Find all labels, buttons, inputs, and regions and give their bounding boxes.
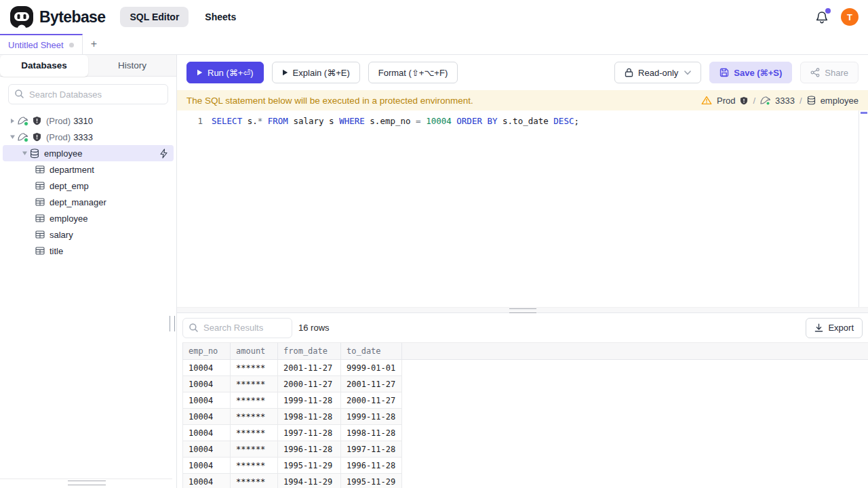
bytebase-logo[interactable]: Bytebase bbox=[9, 5, 105, 28]
search-databases-input[interactable] bbox=[8, 84, 168, 104]
result-cell[interactable]: 1997-11-28 bbox=[341, 441, 402, 458]
column-header-to_date[interactable]: to_date bbox=[341, 343, 402, 360]
result-cell[interactable]: 1999-11-28 bbox=[341, 409, 402, 425]
result-cell-filler bbox=[402, 425, 868, 441]
notification-bell-button[interactable] bbox=[815, 10, 829, 24]
result-cell[interactable]: 1998-11-28 bbox=[278, 409, 341, 425]
result-cell[interactable]: 1999-11-28 bbox=[278, 392, 341, 409]
explain-button[interactable]: Explain (⌘+E) bbox=[272, 62, 360, 83]
result-cell[interactable]: 10004 bbox=[183, 425, 231, 441]
row-count: 16 rows bbox=[298, 323, 330, 333]
tab-untitled-sheet[interactable]: Untitled Sheet bbox=[0, 34, 83, 54]
mysql-icon bbox=[18, 116, 28, 125]
result-row[interactable]: 10004******2000-11-272001-11-27 bbox=[183, 376, 868, 392]
chevron-down-icon[interactable] bbox=[7, 134, 18, 140]
result-cell[interactable]: ****** bbox=[231, 360, 278, 376]
brand-name: Bytebase bbox=[39, 8, 105, 26]
bytebase-logo-icon bbox=[9, 5, 34, 28]
instance-name: 3310 bbox=[73, 116, 93, 126]
table-list: departmentdept_empdept_manageremployeesa… bbox=[0, 161, 176, 259]
result-row[interactable]: 10004******2001-11-279999-01-01 bbox=[183, 360, 868, 376]
result-cell[interactable]: 1995-11-29 bbox=[278, 458, 341, 474]
tab-databases[interactable]: Databases bbox=[0, 55, 88, 77]
result-cell-filler bbox=[402, 458, 868, 474]
result-cell[interactable]: ****** bbox=[231, 474, 278, 488]
result-cell[interactable]: 2000-11-27 bbox=[341, 392, 402, 409]
result-cell[interactable]: 10004 bbox=[183, 360, 231, 376]
format-button[interactable]: Format (⇧+⌥+F) bbox=[368, 62, 458, 83]
result-row[interactable]: 10004******1995-11-291996-11-28 bbox=[183, 458, 868, 474]
instance-status-dot bbox=[24, 138, 28, 142]
sql-editor[interactable]: 1 SELECT s.* FROM salary s WHERE s.emp_n… bbox=[177, 110, 868, 307]
result-cell[interactable]: 10004 bbox=[183, 441, 231, 458]
instance-row-3333[interactable]: (Prod) 3333 bbox=[0, 129, 176, 145]
table-row-salary[interactable]: salary bbox=[0, 226, 176, 243]
results-resize-divider[interactable] bbox=[177, 307, 868, 312]
result-cell[interactable]: ****** bbox=[231, 458, 278, 474]
result-cell[interactable]: 10004 bbox=[183, 376, 231, 392]
result-cell[interactable]: 1995-11-29 bbox=[341, 474, 402, 488]
result-cell[interactable]: 10004 bbox=[183, 458, 231, 474]
column-header-from_date[interactable]: from_date bbox=[278, 343, 341, 360]
new-sheet-button[interactable]: + bbox=[83, 34, 105, 54]
export-button[interactable]: Export bbox=[806, 318, 863, 338]
topbar: Bytebase SQL Editor Sheets T bbox=[0, 0, 868, 34]
tab-history[interactable]: History bbox=[88, 55, 176, 76]
results-resize-handle[interactable] bbox=[509, 308, 536, 313]
chevron-down-icon[interactable] bbox=[19, 150, 30, 156]
editor-minimap[interactable] bbox=[859, 110, 868, 307]
quick-action-flash-icon[interactable] bbox=[159, 148, 168, 159]
result-cell[interactable]: ****** bbox=[231, 376, 278, 392]
result-cell[interactable]: 2001-11-27 bbox=[341, 376, 402, 392]
result-cell[interactable]: 10004 bbox=[183, 474, 231, 488]
result-cell[interactable]: ****** bbox=[231, 425, 278, 441]
result-cell-filler bbox=[402, 441, 868, 458]
column-header-amount[interactable]: amount bbox=[231, 343, 278, 360]
table-name: dept_emp bbox=[50, 181, 89, 191]
table-row-dept_emp[interactable]: dept_emp bbox=[0, 178, 176, 194]
search-results-input[interactable] bbox=[182, 318, 292, 338]
instance-label: 3333 bbox=[775, 96, 795, 106]
result-cell[interactable]: 2001-11-27 bbox=[278, 360, 341, 376]
result-row[interactable]: 10004******1997-11-281998-11-28 bbox=[183, 425, 868, 441]
result-cell-filler bbox=[402, 392, 868, 409]
nav-sheets[interactable]: Sheets bbox=[195, 7, 245, 27]
result-cell[interactable]: 1997-11-28 bbox=[278, 425, 341, 441]
readonly-mode-button[interactable]: Read-only bbox=[614, 62, 701, 83]
result-cell[interactable]: ****** bbox=[231, 441, 278, 458]
table-icon bbox=[35, 165, 45, 174]
unsaved-dot-icon bbox=[69, 43, 74, 47]
database-row-employee[interactable]: employee bbox=[3, 145, 174, 161]
result-row[interactable]: 10004******1996-11-281997-11-28 bbox=[183, 441, 868, 458]
result-cell[interactable]: 9999-01-01 bbox=[341, 360, 402, 376]
table-row-employee[interactable]: employee bbox=[0, 210, 176, 226]
result-cell[interactable]: 1994-11-29 bbox=[278, 474, 341, 488]
column-header-emp_no[interactable]: emp_no bbox=[183, 343, 231, 360]
instance-row-3310[interactable]: (Prod) 3310 bbox=[0, 113, 176, 129]
environment-shield-icon bbox=[740, 96, 748, 105]
chevron-right-icon[interactable] bbox=[7, 118, 18, 124]
share-button[interactable]: Share bbox=[800, 62, 859, 83]
table-row-department[interactable]: department bbox=[0, 161, 176, 178]
result-cell[interactable]: 1996-11-28 bbox=[341, 458, 402, 474]
run-button[interactable]: Run (⌘+⏎) bbox=[186, 62, 264, 83]
user-avatar[interactable]: T bbox=[841, 8, 859, 26]
table-row-dept_manager[interactable]: dept_manager bbox=[0, 194, 176, 210]
sidebar-resize-handle[interactable] bbox=[170, 316, 175, 331]
result-cell[interactable]: 2000-11-27 bbox=[278, 376, 341, 392]
result-row[interactable]: 10004******1998-11-281999-11-28 bbox=[183, 409, 868, 425]
result-cell[interactable]: 1996-11-28 bbox=[278, 441, 341, 458]
result-row[interactable]: 10004******1994-11-291995-11-29 bbox=[183, 474, 868, 488]
result-cell[interactable]: ****** bbox=[231, 392, 278, 409]
result-cell[interactable]: ****** bbox=[231, 409, 278, 425]
result-cell[interactable]: 10004 bbox=[183, 392, 231, 409]
line-number: 1 bbox=[177, 116, 212, 126]
nav-sql-editor[interactable]: SQL Editor bbox=[120, 7, 189, 27]
result-row[interactable]: 10004******1999-11-282000-11-27 bbox=[183, 392, 868, 409]
table-name: employee bbox=[50, 214, 87, 224]
table-row-title[interactable]: title bbox=[0, 243, 176, 259]
result-cell[interactable]: 1998-11-28 bbox=[341, 425, 402, 441]
save-button[interactable]: Save (⌘+S) bbox=[709, 62, 792, 83]
result-cell[interactable]: 10004 bbox=[183, 409, 231, 425]
sidebar-scrollbar[interactable] bbox=[68, 481, 106, 485]
